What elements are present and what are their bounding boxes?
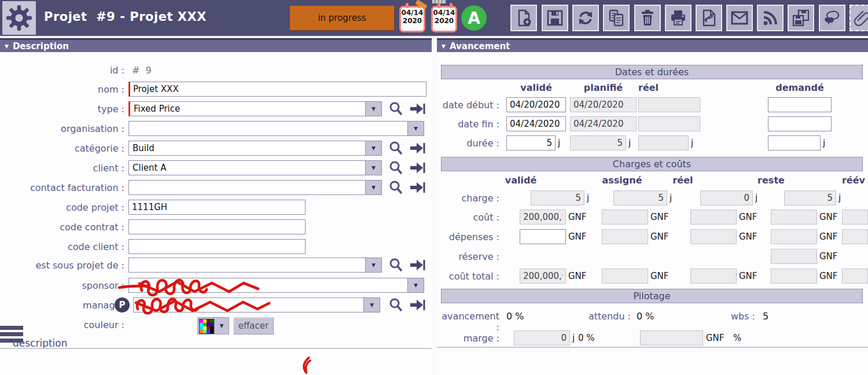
- refresh-button[interactable]: [572, 5, 599, 31]
- jump-to-icon: [409, 101, 425, 116]
- client-select[interactable]: Client A ▼: [128, 160, 382, 175]
- contact-facturation-search-button[interactable]: [388, 180, 404, 195]
- duree-valide-input[interactable]: [506, 135, 556, 150]
- chevron-down-icon[interactable]: ▼: [365, 141, 381, 155]
- pdf-icon: [700, 9, 718, 27]
- charges-section-header: Charges et coûts: [441, 157, 863, 171]
- app-menu-button[interactable]: [2, 1, 36, 35]
- type-goto-button[interactable]: [409, 101, 425, 116]
- type-select[interactable]: Fixed Price ▼: [128, 101, 382, 116]
- copy-button[interactable]: [603, 5, 630, 31]
- client-goto-button[interactable]: [409, 160, 425, 175]
- depenses-assigne-input: [602, 229, 648, 244]
- chat-button[interactable]: [819, 5, 845, 31]
- date-fin-demande-input[interactable]: [768, 116, 832, 131]
- categorie-goto-button[interactable]: [409, 141, 425, 156]
- organisation-select[interactable]: ▼: [128, 121, 424, 136]
- chevron-down-icon[interactable]: ▼: [365, 181, 381, 194]
- panel-title: Avancement: [450, 41, 510, 52]
- chevron-down-icon[interactable]: ▼: [214, 318, 229, 334]
- gear-icon: [6, 5, 32, 31]
- code-projet-input[interactable]: [128, 200, 306, 215]
- save-button[interactable]: [542, 5, 568, 31]
- clear-color-button[interactable]: effacer: [233, 317, 274, 334]
- unit-label: GNF: [650, 271, 668, 281]
- jump-to-icon: [409, 160, 425, 175]
- chevron-down-icon[interactable]: ▼: [365, 102, 381, 116]
- rss-button[interactable]: [757, 5, 784, 31]
- delete-button[interactable]: [634, 5, 661, 31]
- jump-to-icon: [409, 180, 425, 195]
- cout-total-reste-input: [771, 269, 817, 284]
- est-sous-projet-goto-button[interactable]: [409, 258, 425, 273]
- sponsor-select[interactable]: ▼: [128, 278, 424, 293]
- unit-label: j: [670, 193, 672, 203]
- save-all-button[interactable]: [788, 5, 814, 31]
- cout-valide-input: [520, 209, 566, 225]
- chevron-down-icon[interactable]: ▼: [365, 258, 381, 272]
- categorie-select[interactable]: Build ▼: [128, 141, 382, 156]
- nom-input[interactable]: [128, 82, 426, 97]
- email-button[interactable]: [726, 5, 753, 31]
- date-debut-planifie-input: [570, 97, 637, 112]
- end-date-badge[interactable]: 04/14 2020: [431, 6, 457, 32]
- calendar-ring: [406, 3, 409, 8]
- search-icon: [388, 101, 403, 116]
- id-value: # 9: [132, 65, 152, 76]
- manager-select[interactable]: ▼: [133, 297, 380, 312]
- chevron-down-icon[interactable]: ▼: [407, 122, 424, 135]
- duree-label: durée :: [437, 138, 499, 149]
- attachment-button[interactable]: [849, 5, 868, 31]
- marge-montant-input: [640, 330, 703, 345]
- unit-label: GNF: [568, 231, 586, 242]
- avancement-divider: [437, 347, 868, 348]
- jump-to-icon: [409, 297, 425, 312]
- column-header: réel: [663, 175, 703, 186]
- pdf-button[interactable]: [696, 5, 722, 31]
- calendar-year: 2020: [401, 17, 424, 25]
- search-icon: [388, 141, 403, 156]
- cout-total-reev-input: [842, 269, 868, 284]
- description-panel-header[interactable]: ▼ Description: [0, 38, 432, 52]
- new-button[interactable]: [510, 5, 537, 31]
- manager-search-button[interactable]: [388, 297, 404, 312]
- search-icon: [388, 180, 403, 195]
- chevron-down-icon[interactable]: ▼: [365, 161, 381, 175]
- cout-reel-input: [690, 209, 737, 225]
- code-client-input[interactable]: [128, 239, 306, 254]
- duree-demande-input[interactable]: [768, 135, 821, 150]
- color-picker-button[interactable]: ▼: [197, 317, 229, 334]
- chevron-down-icon[interactable]: ▼: [363, 298, 380, 312]
- depenses-valide-input[interactable]: [520, 229, 566, 244]
- type-search-button[interactable]: [388, 101, 404, 116]
- manager-label: manager: [0, 300, 124, 311]
- contact-facturation-goto-button[interactable]: [409, 180, 425, 195]
- client-search-button[interactable]: [388, 160, 404, 175]
- contact-facturation-label: contact facturation :: [0, 182, 124, 193]
- avancement-panel-header[interactable]: ▼ Avancement: [437, 38, 868, 52]
- contact-facturation-select[interactable]: ▼: [128, 180, 382, 195]
- date-fin-valide-input[interactable]: [506, 116, 566, 131]
- manager-goto-button[interactable]: [409, 297, 425, 312]
- start-date-badge[interactable]: 04/14 2020: [399, 6, 425, 32]
- date-debut-demande-input[interactable]: [768, 97, 832, 112]
- code-contrat-input[interactable]: [128, 219, 306, 234]
- unit-label: GNF: [739, 212, 757, 222]
- date-debut-valide-input[interactable]: [506, 97, 566, 112]
- trash-icon: [638, 9, 657, 27]
- print-button[interactable]: [665, 5, 692, 31]
- unit-label: GNF: [819, 231, 837, 242]
- categorie-search-button[interactable]: [388, 141, 404, 156]
- status-button[interactable]: in progress: [289, 5, 395, 31]
- refresh-icon: [576, 9, 595, 27]
- chevron-down-icon[interactable]: ▼: [407, 278, 424, 292]
- unit-label: GNF: [819, 251, 837, 262]
- unit-label: GNF: [650, 231, 668, 242]
- date-debut-label: date début :: [437, 100, 499, 111]
- est-sous-projet-select[interactable]: ▼: [128, 258, 382, 273]
- column-header: assigné: [596, 175, 648, 186]
- column-header: reste: [746, 175, 796, 186]
- user-avatar[interactable]: A: [461, 5, 487, 31]
- est-sous-projet-search-button[interactable]: [388, 258, 404, 273]
- reserve-label: réserve :: [437, 251, 499, 262]
